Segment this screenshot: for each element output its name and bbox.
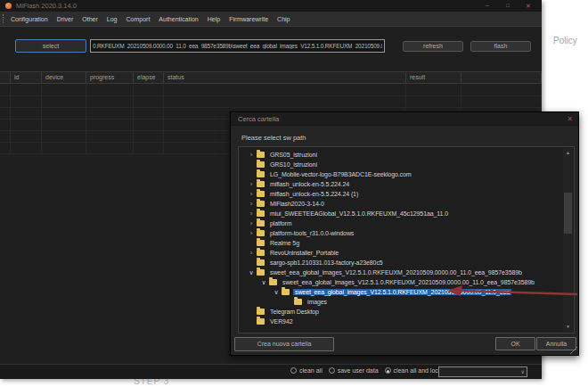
tree-item[interactable]: ›GRS05_istruzioni — [239, 150, 563, 160]
menu-item-other[interactable]: Other — [82, 16, 98, 22]
dialog-title-bar: Cerca cartella ✕ — [231, 112, 578, 126]
radio-clean-all[interactable]: clean all — [290, 367, 323, 374]
table-cell — [86, 96, 134, 107]
tree-item[interactable]: ∨sweet_eea_global_images_V12.5.1.0.RKFEU… — [239, 268, 563, 277]
scrollbar-thumb[interactable] — [564, 193, 572, 234]
table-cell — [11, 85, 42, 95]
tree-item[interactable]: VER942 — [239, 317, 563, 326]
dialog-prompt: Please select sw path — [241, 134, 306, 142]
table-cell — [0, 131, 11, 142]
window-title: MiFlash 2020.3.14.0 — [16, 2, 77, 10]
tree-item[interactable]: ›platform — [239, 218, 563, 228]
radio-clean-all-and-lock[interactable]: clean all and lock — [385, 367, 442, 374]
table-cell — [86, 143, 134, 153]
sw-path-input[interactable] — [90, 39, 385, 53]
maximize-button[interactable]: □ — [501, 1, 515, 11]
menu-item-log[interactable]: Log — [107, 16, 118, 22]
column-header-elapse: elapse — [134, 72, 164, 83]
expander-collapsed-icon[interactable]: › — [246, 190, 257, 199]
tree-item-label: GRS10_istruzioni — [268, 161, 319, 168]
expander-expanded-icon[interactable]: ∨ — [258, 278, 269, 287]
scroll-down-icon[interactable]: ▼ — [563, 322, 573, 332]
table-cell — [461, 85, 542, 95]
folder-icon — [257, 250, 265, 256]
menu-item-help[interactable]: Help — [208, 16, 220, 22]
expander-expanded-icon[interactable]: ∨ — [271, 288, 282, 297]
screen: Policy STEP 3 MiFlash 2020.3.14.0 ─ □ ✕ … — [0, 0, 588, 387]
radio-label: save user data — [338, 367, 379, 374]
table-cell — [0, 96, 11, 107]
browse-folder-dialog: Cerca cartella ✕ Please select sw path ›… — [230, 111, 579, 356]
table-row — [0, 85, 542, 96]
table-cell — [42, 85, 86, 95]
menu-item-firmwarewrite[interactable]: Firmwarewrite — [229, 16, 268, 22]
tree-item-label: sweet_eea_global_images_V12.5.1.0.RKFEUX… — [268, 269, 524, 276]
tree-item[interactable]: Telegram Desktop — [239, 307, 563, 317]
radio-circle-icon[interactable] — [290, 367, 297, 374]
expander-collapsed-icon[interactable]: › — [246, 200, 257, 209]
script-combobox[interactable]: ∨ — [438, 366, 527, 377]
close-button[interactable]: ✕ — [521, 1, 535, 11]
menu-item-driver[interactable]: Driver — [57, 16, 74, 22]
folder-icon — [257, 152, 265, 158]
expander-collapsed-icon[interactable]: › — [246, 180, 257, 189]
radio-circle-icon[interactable] — [329, 367, 335, 374]
dialog-close-icon[interactable]: ✕ — [567, 115, 573, 123]
miflash-app-icon — [5, 3, 12, 9]
tree-item[interactable]: ›miflash_unlock-en-5.5.224.24 — [239, 179, 563, 189]
tree-item[interactable]: sargo-spb1.210331.013-factory-a23e80c5 — [239, 258, 563, 268]
table-cell — [42, 143, 86, 153]
tree-item-label: platform — [268, 220, 294, 226]
folder-icon — [257, 181, 265, 187]
tree-scrollbar[interactable]: ▲ ▼ — [563, 148, 573, 332]
new-folder-button[interactable]: Crea nuova cartella — [234, 337, 334, 351]
device-table-header: iddeviceprogresselapsestatusresult — [0, 71, 542, 84]
radio-label: clean all and lock — [394, 367, 442, 374]
resize-grip[interactable] — [570, 347, 577, 354]
tree-item[interactable]: Realme 5g — [239, 238, 563, 248]
tree-item[interactable]: ›RevoUninstaller_Portable — [239, 248, 563, 258]
folder-tree-rows: ›GRS05_istruzioniGRS10_istruzioniLG_Mobi… — [239, 150, 563, 326]
tree-item[interactable]: ›platform-tools_r31.0.0-windows — [239, 228, 563, 238]
expander-collapsed-icon[interactable]: › — [246, 210, 257, 218]
scroll-up-icon[interactable]: ▲ — [563, 148, 573, 158]
expander-collapsed-icon[interactable]: › — [246, 151, 257, 160]
tree-item-label: Telegram Desktop — [268, 309, 321, 315]
expander-expanded-icon[interactable]: ∨ — [246, 268, 257, 277]
tree-item[interactable]: ›miflash_unlock-en-5.5.224.24 (1) — [239, 189, 563, 199]
ok-button[interactable]: OK — [495, 337, 535, 350]
table-cell — [134, 143, 164, 153]
tree-item[interactable]: ›MiFlash2020-3-14-0 — [239, 199, 563, 209]
expander-collapsed-icon[interactable]: › — [246, 219, 257, 228]
radio-circle-icon[interactable] — [385, 367, 391, 374]
menu-item-configuration[interactable]: Configuration — [11, 16, 48, 22]
table-cell — [86, 131, 134, 142]
flash-mode-radio-group: clean allsave user dataclean all and loc… — [290, 367, 447, 374]
tree-item-label: sargo-spb1.210331.013-factory-a23e80c5 — [268, 259, 385, 266]
tree-item-label: images — [306, 299, 329, 305]
folder-icon — [257, 191, 265, 197]
menu-item-chip[interactable]: Chip — [277, 16, 290, 22]
tree-item[interactable]: LG_Mobile-vector-logo-B79B3ADC1E-seeklog… — [239, 169, 563, 179]
table-cell — [86, 85, 134, 95]
folder-icon — [257, 220, 265, 226]
expander-collapsed-icon[interactable]: › — [246, 229, 257, 238]
flash-button[interactable]: flash — [470, 41, 531, 52]
minimize-button[interactable]: ─ — [480, 1, 494, 11]
menu-item-comport[interactable]: Comport — [127, 16, 151, 22]
radio-save-user-data[interactable]: save user data — [329, 367, 379, 374]
tree-item[interactable]: ›miui_SWEETEEAGlobal_V12.5.1.0.RKFEUXM_4… — [239, 209, 563, 218]
table-cell — [11, 143, 42, 153]
menu-item-authentication[interactable]: Authentication — [159, 16, 198, 22]
select-button[interactable]: select — [15, 39, 86, 53]
tree-item[interactable]: GRS10_istruzioni — [239, 160, 563, 169]
expander-collapsed-icon[interactable]: › — [246, 249, 257, 258]
table-cell — [11, 131, 42, 142]
table-cell — [134, 85, 164, 95]
table-cell — [42, 108, 86, 119]
table-cell — [164, 85, 406, 95]
folder-icon — [257, 240, 265, 246]
table-cell — [461, 96, 542, 107]
annotation-arrow — [444, 284, 583, 300]
refresh-button[interactable]: refresh — [403, 41, 463, 52]
